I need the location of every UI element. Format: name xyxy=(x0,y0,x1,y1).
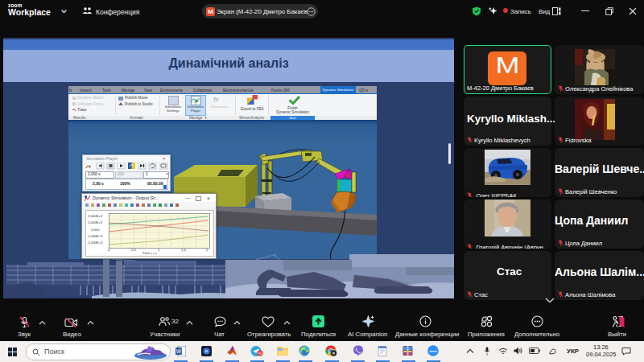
svg-text:W: W xyxy=(176,348,182,354)
svg-text:zoom: zoom xyxy=(429,350,436,353)
svg-text:40: 40 xyxy=(258,351,262,356)
